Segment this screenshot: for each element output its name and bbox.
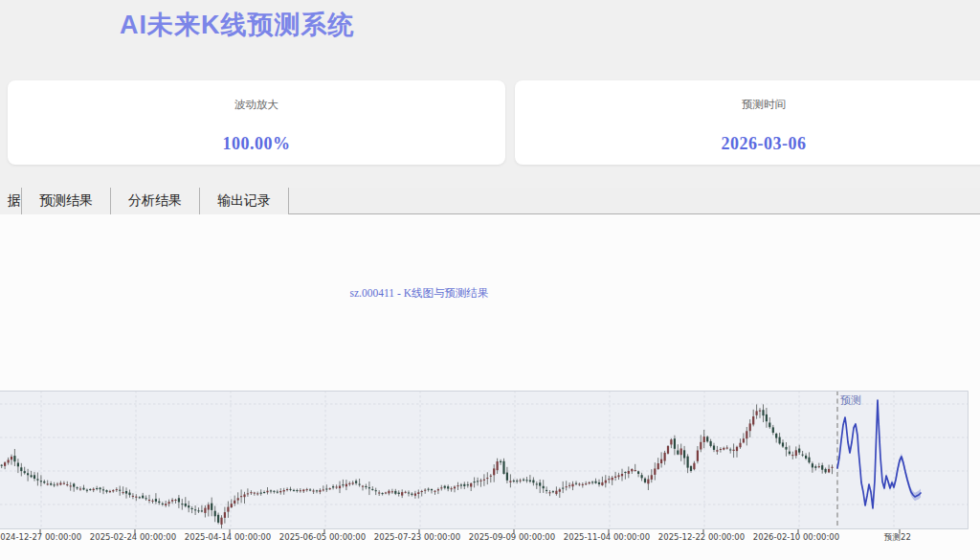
x-axis-tick-label: 2025-09-09 00:00:00 <box>469 532 555 542</box>
chart-title: sz.000411 - K线图与预测结果 <box>350 286 489 301</box>
x-axis-tick-label: 2024-12-27 00:00:00 <box>0 532 81 542</box>
x-axis-tick-label: 预测22 <box>884 532 911 544</box>
tab-output-log[interactable]: 输出记录 <box>200 188 289 214</box>
prediction-annotation-label: 预测 <box>840 393 861 408</box>
stat-card-value: 100.00% <box>8 134 505 154</box>
tab-data[interactable]: 据 <box>0 188 22 214</box>
stat-card-value: 2026-03-06 <box>515 134 980 154</box>
x-axis-tick-label: 2025-11-04 00:00:00 <box>564 532 650 542</box>
tab-bar-filler <box>289 188 980 214</box>
x-axis-tick-label: 2025-06-05 00:00:00 <box>279 532 366 542</box>
x-axis-tick-label: 2025-07-23 00:00:00 <box>374 532 460 542</box>
tab-bar: 据 预测结果 分析结果 输出记录 <box>0 188 980 214</box>
stat-card-label: 预测时间 <box>515 98 980 112</box>
x-axis-tick-label: 2026-02-10 00:00:00 <box>753 532 839 542</box>
stat-card-prediction-time: 预测时间 2026-03-06 <box>515 80 980 165</box>
stat-card-label: 波动放大 <box>8 98 505 112</box>
stat-card-volatility: 波动放大 100.00% <box>8 80 505 165</box>
x-axis-tick-label: 2025-04-14 00:00:00 <box>185 532 271 542</box>
app-window: { "header": { "title": "AI未来K线预测系统", "ti… <box>0 0 980 560</box>
chart-panel: sz.000411 - K线图与预测结果 预测 2024-12-27 00:00… <box>0 214 980 560</box>
x-axis-tick-label: 2025-12-22 00:00:00 <box>658 532 745 542</box>
app-header: AI未来K线预测系统 <box>0 0 980 67</box>
tab-analysis-results[interactable]: 分析结果 <box>111 188 200 214</box>
tab-prediction-results[interactable]: 预测结果 <box>22 188 111 214</box>
x-axis-tick-label: 2025-02-24 00:00:00 <box>90 532 176 542</box>
app-title: AI未来K线预测系统 <box>120 8 355 42</box>
kline-chart <box>0 391 969 534</box>
